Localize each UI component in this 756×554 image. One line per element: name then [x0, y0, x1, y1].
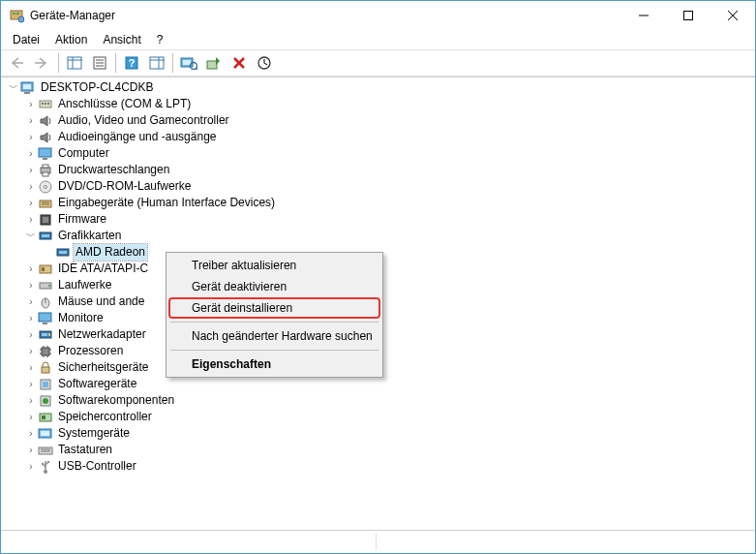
expand-icon[interactable]: ›	[24, 392, 38, 409]
action-pane-button[interactable]	[145, 51, 168, 75]
expand-icon[interactable]: ›	[24, 425, 38, 442]
expand-icon[interactable]: ›	[24, 376, 38, 392]
ctx-separator	[170, 350, 378, 351]
tree-category-hid[interactable]: ›Eingabegeräte (Human Interface Devices)	[3, 195, 753, 211]
tree-category-ports[interactable]: ›Anschlüsse (COM & LPT)	[3, 96, 753, 112]
close-button[interactable]	[711, 1, 755, 30]
tree-label: Eingabegeräte (Human Interface Devices)	[56, 195, 277, 211]
expand-icon[interactable]: ›	[24, 211, 38, 228]
tree-category-swdevices[interactable]: ›Softwaregeräte	[3, 376, 753, 392]
svg-rect-62	[42, 348, 49, 355]
tree-category-system[interactable]: ›Systemgeräte	[3, 425, 753, 442]
tree-label: Systemgeräte	[56, 425, 132, 442]
svg-rect-60	[42, 333, 47, 336]
svg-rect-46	[43, 217, 48, 223]
svg-point-83	[44, 470, 47, 474]
tree-category-dvd[interactable]: ›DVD/CD-ROM-Laufwerke	[3, 178, 753, 195]
tree-category-audioio[interactable]: ›Audioeingänge und -ausgänge	[3, 129, 753, 145]
expand-icon[interactable]: ›	[24, 359, 38, 376]
expand-icon[interactable]: ›	[24, 261, 38, 277]
security-icon	[38, 360, 53, 376]
storage-controller-icon	[38, 410, 53, 425]
tree-root[interactable]: ﹀ DESKTOP-CL4CDKB	[3, 79, 753, 96]
ctx-disable-device[interactable]: Gerät deaktivieren	[168, 276, 380, 297]
svg-rect-30	[24, 92, 30, 94]
expand-icon[interactable]: ›	[24, 277, 38, 293]
svg-rect-38	[43, 165, 48, 168]
minimize-button[interactable]	[621, 1, 666, 30]
expand-icon[interactable]: ›	[24, 326, 38, 343]
ctx-scan-hardware[interactable]: Nach geänderter Hardware suchen	[168, 325, 380, 347]
svg-rect-24	[207, 61, 217, 69]
display-adapter-icon	[38, 229, 53, 244]
tree-label: Softwaregeräte	[56, 376, 138, 392]
tree-category-printqueue[interactable]: ›Druckwarteschlangen	[3, 162, 753, 178]
svg-point-85	[42, 462, 44, 464]
expand-icon[interactable]: ›	[24, 409, 38, 425]
device-tree[interactable]: ﹀ DESKTOP-CL4CDKB ›Anschlüsse (COM & LPT…	[1, 77, 755, 530]
update-driver-button[interactable]	[202, 51, 226, 75]
tree-category-storage[interactable]: ›Speichercontroller	[3, 409, 753, 425]
properties-button[interactable]	[88, 51, 111, 75]
svg-rect-52	[42, 267, 45, 271]
svg-rect-77	[42, 416, 45, 419]
tree-label: Grafikkarten	[56, 228, 123, 244]
expand-icon[interactable]: ›	[24, 195, 38, 211]
uninstall-button[interactable]	[227, 51, 251, 75]
tree-label: Prozessoren	[56, 343, 125, 359]
computer-icon	[20, 80, 36, 96]
ctx-separator	[170, 322, 378, 323]
ctx-update-driver[interactable]: Treiber aktualisieren	[168, 255, 380, 276]
svg-point-54	[48, 285, 50, 287]
show-hide-tree-button[interactable]	[63, 51, 86, 75]
expand-icon[interactable]: ›	[24, 162, 38, 178]
tree-category-display[interactable]: ﹀Grafikkarten	[3, 228, 753, 244]
maximize-button[interactable]	[666, 1, 711, 30]
firmware-icon	[38, 212, 53, 228]
printer-icon	[38, 163, 53, 178]
forward-button[interactable]	[31, 51, 54, 75]
svg-rect-51	[40, 265, 51, 273]
tree-category-computer[interactable]: ›Computer	[3, 145, 753, 162]
expand-icon[interactable]: ›	[24, 112, 38, 129]
ctx-uninstall-device[interactable]: Gerät deinstallieren	[168, 297, 380, 319]
expand-icon[interactable]: ›	[24, 310, 38, 326]
menu-view[interactable]: Ansicht	[95, 31, 148, 48]
tree-label: Speichercontroller	[56, 409, 154, 425]
menu-file[interactable]: Datei	[5, 31, 47, 48]
expand-icon[interactable]: ›	[24, 343, 38, 359]
svg-rect-71	[42, 367, 49, 373]
tree-category-usb[interactable]: ›USB-Controller	[3, 458, 753, 475]
tree-category-firmware[interactable]: ›Firmware	[3, 211, 753, 228]
tree-label: DVD/CD-ROM-Laufwerke	[56, 178, 193, 195]
svg-point-75	[43, 398, 48, 404]
collapse-icon[interactable]: ﹀	[24, 228, 38, 244]
ctx-properties[interactable]: Eigenschaften	[168, 354, 380, 375]
expand-icon[interactable]: ›	[24, 129, 38, 145]
collapse-icon[interactable]: ﹀	[7, 79, 20, 96]
tree-label: IDE ATA/ATAPI-C	[56, 261, 150, 277]
expand-icon[interactable]: ›	[24, 178, 38, 195]
menubar: Datei Aktion Ansicht ?	[1, 30, 755, 49]
svg-point-32	[42, 103, 44, 105]
expand-icon[interactable]: ›	[24, 96, 38, 112]
monitor-icon	[38, 146, 53, 162]
expand-icon[interactable]: ›	[24, 145, 38, 162]
tree-category-swcomponents[interactable]: ›Softwarekomponenten	[3, 392, 753, 409]
help-button[interactable]: ?	[120, 51, 143, 75]
svg-rect-21	[183, 60, 191, 65]
tree-category-keyboards[interactable]: ›Tastaturen	[3, 442, 753, 458]
disc-icon	[38, 179, 53, 195]
tree-category-audio[interactable]: ›Audio, Video und Gamecontroller	[3, 112, 753, 129]
expand-icon[interactable]: ›	[24, 293, 38, 310]
tree-label: AMD Radeon	[74, 244, 147, 261]
menu-help[interactable]: ?	[149, 31, 171, 48]
disable-button[interactable]	[253, 51, 276, 75]
expand-icon[interactable]: ›	[24, 442, 38, 458]
expand-icon[interactable]: ›	[24, 458, 38, 475]
status-cell	[380, 534, 753, 550]
menu-action[interactable]: Aktion	[47, 31, 95, 48]
scan-hardware-button[interactable]	[177, 51, 200, 75]
svg-rect-50	[59, 251, 67, 254]
back-button[interactable]	[6, 51, 29, 75]
